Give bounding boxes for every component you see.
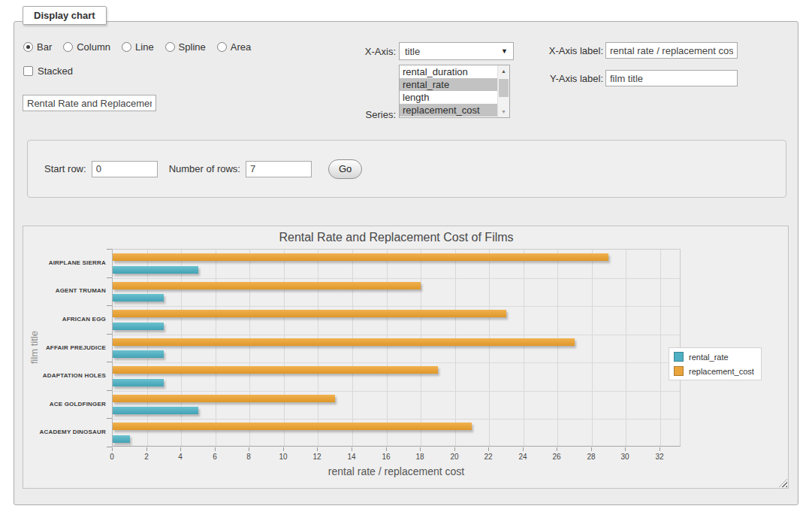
x-tick-label: 0 — [110, 453, 114, 461]
gridline — [557, 250, 558, 446]
x-axis-label-input[interactable] — [605, 42, 738, 59]
chart-type-label: Column — [77, 41, 110, 53]
y-axis-tick — [107, 305, 112, 306]
stacked-row: Stacked — [23, 65, 73, 77]
category-label: AGENT TRUMAN — [23, 287, 106, 295]
chart-type-radio-spline[interactable]: Spline — [165, 41, 206, 53]
category-label: AFRICAN EGG — [23, 316, 106, 323]
x-tick-label: 22 — [484, 453, 492, 461]
y-axis-tick — [107, 334, 112, 335]
gridline — [113, 306, 680, 307]
chart-type-radio-line[interactable]: Line — [122, 41, 154, 53]
stacked-label: Stacked — [38, 65, 73, 77]
plot-area — [112, 249, 681, 447]
gridline — [113, 391, 680, 392]
num-rows-input[interactable] — [246, 161, 312, 177]
chart-type-radio-column[interactable]: Column — [63, 41, 110, 53]
y-axis-tick — [107, 447, 112, 447]
bar-rental_rate — [113, 435, 130, 443]
x-axis-select-value: title — [405, 46, 420, 57]
x-tick-label: 26 — [552, 453, 560, 461]
series-select-label: Series: — [321, 109, 396, 120]
x-tick-label: 32 — [655, 453, 663, 461]
x-axis-tick — [557, 447, 557, 451]
x-axis-title: rental rate / replacement cost — [112, 465, 681, 477]
legend-swatch-icon — [674, 366, 684, 376]
x-axis-tick — [249, 447, 249, 451]
fieldset-legend: Display chart — [23, 6, 107, 25]
y-axis-tick — [107, 418, 112, 419]
bar-rental_rate — [113, 323, 164, 330]
x-tick-label: 14 — [347, 453, 355, 461]
x-axis-label-label: X-Axis label: — [491, 45, 603, 56]
go-button[interactable]: Go — [328, 159, 362, 179]
y-axis-tick — [107, 277, 112, 278]
chart-title-input[interactable] — [23, 95, 156, 111]
legend-item: rental_rate — [674, 352, 754, 362]
gridline — [216, 250, 216, 446]
gridline — [147, 250, 148, 446]
category-label: AFFAIR PREJUDICE — [23, 344, 106, 352]
legend-swatch-icon — [674, 352, 684, 362]
chart-type-radio-area[interactable]: Area — [217, 41, 251, 53]
x-axis-tick — [215, 447, 216, 451]
x-axis-tick — [625, 447, 626, 451]
series-option-rental_duration[interactable]: rental_duration — [400, 65, 497, 78]
radio-icon[interactable] — [122, 42, 131, 52]
x-tick-label: 28 — [587, 453, 595, 461]
gridline — [421, 250, 421, 446]
bar-rental_rate — [113, 350, 164, 358]
x-axis-tick — [112, 447, 113, 451]
gridline — [113, 362, 680, 363]
gridline — [489, 250, 490, 446]
bar-replacement_cost — [113, 282, 421, 289]
bar-rental_rate — [113, 379, 164, 386]
resize-handle-icon[interactable] — [779, 479, 787, 487]
x-tick-label: 18 — [415, 453, 424, 461]
y-axis-tick — [107, 362, 112, 362]
x-tick-label: 12 — [312, 453, 321, 461]
category-label: ADAPTATION HOLES — [23, 372, 106, 380]
x-axis-tick — [317, 447, 318, 451]
x-axis-select-label: X-Axis: — [321, 46, 396, 57]
x-axis-tick — [180, 447, 181, 451]
scroll-down-icon[interactable]: ▼ — [498, 106, 509, 117]
x-tick-label: 2 — [144, 453, 149, 461]
radio-icon[interactable] — [217, 42, 227, 52]
gridline — [318, 250, 318, 446]
bar-replacement_cost — [113, 253, 608, 261]
x-tick-label: 16 — [382, 453, 390, 461]
bar-replacement_cost — [113, 366, 438, 374]
y-axis-label-label: Y-Axis label: — [491, 73, 603, 84]
gridline — [387, 250, 388, 446]
x-axis-tick — [352, 447, 352, 451]
radio-icon[interactable] — [23, 42, 33, 52]
x-tick-label: 10 — [279, 453, 287, 461]
gridline — [592, 250, 593, 446]
x-tick-label: 6 — [213, 453, 217, 461]
x-axis-tick — [386, 447, 387, 451]
category-label: ACE GOLDFINGER — [23, 401, 106, 408]
radio-icon[interactable] — [165, 42, 175, 52]
radio-icon[interactable] — [63, 42, 73, 52]
start-row-input[interactable] — [92, 161, 158, 177]
bar-rental_rate — [113, 407, 198, 414]
x-tick-label: 8 — [246, 453, 251, 461]
start-row-label: Start row: — [44, 163, 86, 174]
num-rows-label: Number of rows: — [169, 163, 240, 174]
y-axis-tick — [107, 390, 112, 391]
gridline — [660, 250, 661, 446]
gridline — [524, 250, 524, 446]
x-tick-label: 4 — [178, 453, 183, 461]
y-axis-label-input[interactable] — [605, 70, 738, 86]
series-option-length[interactable]: length — [400, 91, 497, 104]
stacked-checkbox[interactable] — [23, 66, 33, 76]
chart-type-radio-bar[interactable]: Bar — [23, 41, 52, 53]
bar-replacement_cost — [113, 310, 506, 317]
x-axis-tick — [488, 447, 489, 451]
chart-type-label: Bar — [37, 41, 52, 53]
series-option-replacement_cost[interactable]: replacement_cost — [400, 104, 497, 117]
series-option-rental_rate[interactable]: rental_rate — [400, 78, 497, 91]
x-axis-tick — [146, 447, 147, 451]
gridline — [181, 250, 182, 446]
